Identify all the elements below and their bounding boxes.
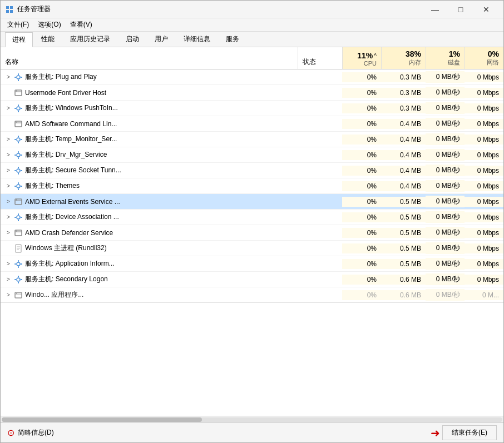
table-row[interactable]: > 服务主机: Secondary Logon0%0.6 MB0 MB/秒0 M…	[1, 272, 503, 287]
network-cell: 0 Mbps	[465, 166, 503, 176]
process-name: 服务主机: Application Inform...	[25, 259, 115, 268]
row-icon-doc	[14, 244, 23, 253]
process-name: 服务主机: Device Association ...	[25, 212, 119, 222]
expand-button[interactable]: >	[5, 183, 12, 190]
disk-cell: 0 MB/秒	[426, 211, 465, 223]
expand-button[interactable]: >	[5, 105, 12, 112]
process-name: 服务主机: Secondary Logon	[25, 275, 108, 284]
status-cell	[298, 232, 342, 234]
memory-cell: 0.5 MB	[381, 243, 426, 253]
maximize-button[interactable]: □	[448, 1, 473, 18]
table-row[interactable]: > 服务主机: Device Association ...0%0.5 MB0 …	[1, 210, 503, 225]
expand-button[interactable]: >	[5, 152, 12, 158]
status-cell	[298, 138, 342, 141]
cpu-column-header[interactable]: 11% ^ CPU	[342, 47, 381, 69]
expand-button[interactable]: >	[5, 214, 12, 221]
expand-button[interactable]: >	[5, 276, 12, 283]
cpu-cell: 0%	[342, 228, 381, 238]
svg-rect-11	[16, 91, 17, 92]
cpu-cell: 0%	[342, 197, 381, 207]
status-left: ⊙ 简略信息(D)	[7, 427, 54, 438]
process-name-cell: > 服务主机: Secure Socket Tunn...	[1, 165, 298, 176]
status-column-header[interactable]: 状态	[298, 47, 342, 69]
network-cell: 0 Mbps	[465, 181, 503, 191]
svg-point-30	[17, 169, 20, 172]
memory-cell: 0.5 MB	[381, 212, 426, 222]
expand-button[interactable]: >	[5, 292, 12, 298]
main-content: 名称 状态 11% ^ CPU 38% 内存 1% 磁盘 0%	[1, 47, 503, 422]
tab-users[interactable]: 用户	[147, 32, 175, 47]
memory-cell: 0.4 MB	[381, 135, 426, 145]
expand-button[interactable]: >	[5, 136, 12, 143]
status-cell	[298, 154, 342, 156]
tab-startup[interactable]: 启动	[118, 32, 146, 47]
process-name-cell: AMD Software Command Lin...	[1, 118, 298, 130]
svg-rect-58	[14, 263, 16, 265]
process-name-cell: > 服务主机: Drv_Mgr_Service	[1, 149, 298, 161]
close-button[interactable]: ✕	[473, 1, 499, 18]
scrollbar-thumb[interactable]	[2, 417, 202, 422]
cpu-cell: 0%	[342, 275, 381, 285]
table-row[interactable]: > 服务主机: Drv_Mgr_Service0%0.4 MB0 MB/秒0 M…	[1, 147, 503, 163]
table-row[interactable]: Usermode Font Driver Host0%0.3 MB0 MB/秒0…	[1, 85, 503, 101]
expand-button[interactable]: >	[5, 261, 12, 267]
memory-cell: 0.6 MB	[381, 275, 426, 285]
table-row[interactable]: > 服务主机: Application Inform...0%0.5 MB0 M…	[1, 256, 503, 272]
disk-column-header[interactable]: 1% 磁盘	[426, 47, 465, 69]
network-cell: 0 Mbps	[465, 259, 503, 269]
table-row[interactable]: > 服务主机: Windows PushToIn...0%0.3 MB0 MB/…	[1, 101, 503, 116]
svg-rect-42	[16, 200, 17, 201]
process-name-cell: > 服务主机: Plug and Play	[1, 71, 298, 83]
svg-rect-64	[21, 279, 22, 280]
svg-rect-8	[21, 77, 22, 78]
process-name: 服务主机: Temp_Monitor_Ser...	[25, 135, 117, 144]
svg-rect-29	[21, 155, 22, 156]
horizontal-scrollbar[interactable]	[1, 416, 503, 422]
table-row[interactable]: > AMD Crash Defender Service0%0.5 MB0 MB…	[1, 225, 503, 241]
table-row[interactable]: AMD Software Command Lin...0%0.4 MB0 MB/…	[1, 116, 503, 132]
svg-rect-32	[18, 173, 19, 175]
menu-file[interactable]: 文件(F)	[3, 19, 33, 31]
menu-view[interactable]: 查看(V)	[66, 19, 97, 31]
tab-processes[interactable]: 进程	[5, 32, 33, 47]
tab-details[interactable]: 详细信息	[176, 32, 218, 47]
tab-services[interactable]: 服务	[219, 32, 246, 47]
expand-button[interactable]: >	[5, 230, 12, 236]
name-column-header[interactable]: 名称	[1, 47, 298, 69]
memory-column-header[interactable]: 38% 内存	[381, 47, 426, 69]
network-cell: 0 M...	[465, 290, 503, 300]
end-task-button[interactable]: 结束任务(E)	[442, 425, 497, 440]
network-column-header[interactable]: 0% 网络	[465, 47, 503, 69]
disk-cell: 0 MB/秒	[426, 165, 465, 176]
svg-rect-38	[14, 186, 16, 187]
table-row[interactable]: > 服务主机: Secure Socket Tunn...0%0.4 MB0 M…	[1, 163, 503, 178]
table-row[interactable]: > 服务主机: Temp_Monitor_Ser...0%0.4 MB0 MB/…	[1, 132, 503, 147]
process-name: AMD Crash Defender Service	[25, 229, 113, 237]
svg-rect-24	[21, 139, 22, 140]
svg-rect-1	[10, 6, 13, 9]
table-row[interactable]: > AMD External Events Service ...0%0.5 M…	[1, 194, 503, 210]
minimize-button[interactable]: —	[422, 1, 448, 18]
table-row[interactable]: Windows 主进程 (Rundll32)0%0.5 MB0 MB/秒0 Mb…	[1, 241, 503, 256]
row-icon-gear	[14, 166, 23, 175]
network-cell: 0 Mbps	[465, 228, 503, 238]
memory-cell: 0.5 MB	[381, 197, 426, 207]
svg-rect-28	[14, 155, 16, 156]
memory-cell: 0.4 MB	[381, 119, 426, 129]
menu-options[interactable]: 选项(O)	[33, 19, 65, 31]
disk-cell: 0 MB/秒	[426, 289, 465, 301]
svg-rect-57	[18, 266, 19, 268]
network-cell: 0 Mbps	[465, 103, 503, 113]
table-row[interactable]: > 服务主机: Themes0%0.4 MB0 MB/秒0 Mbps	[1, 178, 503, 194]
svg-rect-50	[16, 231, 17, 232]
table-row[interactable]: > Windo... 应用程序...0%0.6 MB0 MB/秒0 M...	[1, 287, 503, 303]
expand-button[interactable]: >	[5, 74, 12, 81]
cpu-cell: 0%	[342, 212, 381, 222]
row-icon-gear	[14, 182, 23, 191]
table-row[interactable]: > 服务主机: Plug and Play0%0.3 MB0 MB/秒0 Mbp…	[1, 69, 503, 85]
tab-performance[interactable]: 性能	[34, 32, 62, 47]
summary-label[interactable]: 简略信息(D)	[18, 428, 54, 437]
expand-button[interactable]: >	[5, 167, 12, 174]
expand-button[interactable]: >	[5, 198, 12, 205]
tab-app-history[interactable]: 应用历史记录	[63, 32, 117, 47]
